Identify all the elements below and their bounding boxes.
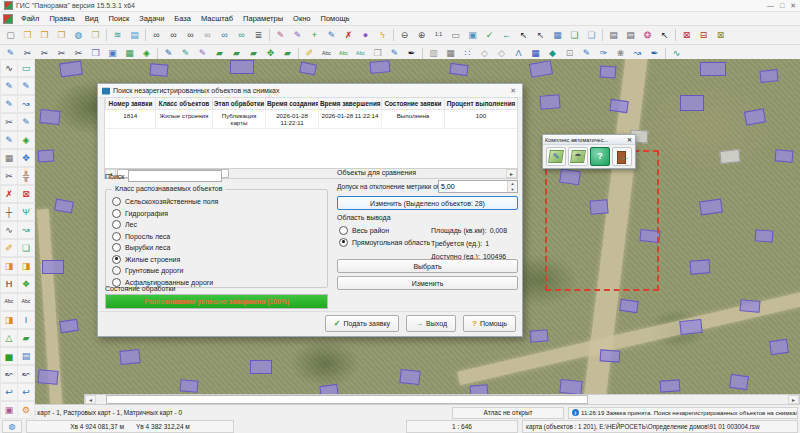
swoosh-1-icon[interactable]: ↜: [0, 365, 18, 383]
auto-complex-close-icon[interactable]: ✕: [626, 136, 633, 143]
edit-blue-icon[interactable]: ✎: [323, 27, 340, 44]
image-tool-icon[interactable]: ▣: [0, 401, 18, 419]
dialog-close-icon[interactable]: ✕: [508, 87, 518, 95]
scroll-left-icon[interactable]: ◂: [85, 395, 96, 404]
layers-icon[interactable]: ≋: [109, 27, 126, 44]
object-table-icon[interactable]: ▦: [549, 27, 566, 44]
search-input[interactable]: [128, 170, 222, 182]
column-header-5[interactable]: Время завершения: [319, 98, 382, 110]
radio-option-Грунтовые дороги[interactable]: Грунтовые дороги: [112, 265, 327, 277]
scissors-2-icon[interactable]: ✂: [0, 167, 18, 185]
triangle-chart-tool-icon[interactable]: △: [0, 329, 18, 347]
sphere-icon[interactable]: ●: [357, 27, 374, 44]
find-object-icon[interactable]: ∞: [165, 27, 182, 44]
close-button[interactable]: ✕: [790, 2, 796, 10]
flashlight-3-icon[interactable]: ◨: [0, 311, 18, 329]
open-globe-icon[interactable]: ◍: [70, 27, 87, 44]
symbol-tool-icon[interactable]: ❖: [17, 275, 35, 293]
settings-gear-icon[interactable]: ⚙: [17, 401, 35, 419]
menu-item-База[interactable]: База: [169, 13, 196, 24]
auto-complex-edit-map-button[interactable]: ✎: [546, 147, 566, 166]
delete-map-tool-icon[interactable]: ⊠: [17, 185, 35, 203]
lightning-icon[interactable]: ϟ: [374, 27, 391, 44]
pointer-icon[interactable]: ↖: [515, 27, 532, 44]
column-header-4[interactable]: Время создания: [266, 98, 319, 110]
radio-option-Жилые строения[interactable]: Жилые строения: [112, 254, 327, 266]
radio-option-Сельскохозяйственные поля[interactable]: Сельскохозяйственные поля: [112, 196, 327, 208]
chart-tool-icon[interactable]: ▅: [0, 347, 18, 365]
polyline-tool-icon[interactable]: ∿: [0, 59, 18, 77]
view-frame-icon[interactable]: ▣: [464, 27, 481, 44]
scroll-thumb[interactable]: [106, 395, 588, 404]
find-icon[interactable]: ∞: [148, 27, 165, 44]
map-export-tool-icon[interactable]: ▰: [17, 329, 35, 347]
open-doc-icon[interactable]: ❐: [87, 27, 104, 44]
open-folder-map-icon[interactable]: ❐: [53, 27, 70, 44]
open-folder-db-icon[interactable]: ❐: [36, 27, 53, 44]
auto-complex-exit-button[interactable]: ←: [612, 147, 632, 166]
select-area-button[interactable]: Выбрать: [337, 259, 518, 273]
pen-yellow-tool-icon[interactable]: ✐: [0, 239, 18, 257]
search-list-icon[interactable]: ≣: [250, 27, 267, 44]
database-icon[interactable]: ▤: [126, 27, 143, 44]
map-horizontal-scrollbar[interactable]: ◂ ▸: [84, 394, 800, 405]
print-icon[interactable]: ▤: [605, 27, 622, 44]
column-header-6[interactable]: Состояние заявки: [382, 98, 445, 110]
help-button[interactable]: ?Помощь: [463, 315, 516, 332]
find-area-icon[interactable]: ∞: [182, 27, 199, 44]
scroll-track[interactable]: [96, 395, 788, 404]
menu-item-Параметры[interactable]: Параметры: [238, 13, 288, 24]
pointer-plus-icon[interactable]: ↖: [532, 27, 549, 44]
new-frame-icon[interactable]: ▢: [2, 27, 19, 44]
menu-item-Масштаб[interactable]: Масштаб: [196, 13, 238, 24]
submit-request-button[interactable]: ✓Подать заявку: [325, 315, 399, 332]
find-route-icon[interactable]: ∞: [233, 27, 250, 44]
delete-object-icon[interactable]: ✗: [340, 27, 357, 44]
menu-item-Поиск[interactable]: Поиск: [103, 13, 134, 24]
node-tool-icon[interactable]: Ψ: [17, 203, 35, 221]
table-scroll-right-icon[interactable]: ▸: [506, 169, 517, 178]
auto-complex-map-button[interactable]: ☂: [568, 147, 588, 166]
pencil-3-icon[interactable]: ✎: [0, 95, 18, 113]
map-doc-2-icon[interactable]: ❏: [583, 27, 600, 44]
letter-h-tool-icon[interactable]: H: [0, 275, 18, 293]
radio-option-Вырубки леса[interactable]: Вырубки леса: [112, 242, 327, 254]
tolerance-spinner[interactable]: ▲▼: [438, 180, 518, 193]
exit-button[interactable]: →Выход: [406, 315, 456, 332]
table-row[interactable]: 1814Жилые строенияПубликация карты2026-0…: [106, 110, 519, 129]
minimize-button[interactable]: —: [767, 2, 774, 10]
menu-item-Файл[interactable]: Файл: [16, 13, 44, 24]
map-close-1-icon[interactable]: ⊠: [678, 27, 695, 44]
column-header-8[interactable]: Идент: [518, 98, 519, 110]
print-setup-icon[interactable]: ▤: [622, 27, 639, 44]
zoom-in-icon[interactable]: ⊕: [413, 27, 430, 44]
scissors-1-icon[interactable]: ✂: [0, 113, 18, 131]
scale-indicator[interactable]: 1 : 646: [406, 420, 518, 433]
curve-tool-icon[interactable]: ↝: [17, 95, 35, 113]
radio-option-Лес[interactable]: Лес: [112, 219, 327, 231]
rect-tool-icon[interactable]: ▭: [17, 59, 35, 77]
map-close-2-icon[interactable]: ⊟: [695, 27, 712, 44]
column-header-2[interactable]: Класс объектов: [156, 98, 213, 110]
accept-icon[interactable]: ✓: [481, 27, 498, 44]
edit-violet-icon[interactable]: ✎: [289, 27, 306, 44]
text-tool-1-icon[interactable]: Abc: [0, 293, 18, 311]
delete-tool-icon[interactable]: ✗: [0, 185, 18, 203]
topology-tool-icon[interactable]: ╬: [17, 167, 35, 185]
open-folder-icon[interactable]: ❐: [19, 27, 36, 44]
back-icon[interactable]: ←: [498, 27, 515, 44]
spline-1-icon[interactable]: ∿: [0, 221, 18, 239]
flashlight-2-icon[interactable]: ◨: [17, 257, 35, 275]
map-close-3-icon[interactable]: ⊠: [712, 27, 729, 44]
add-object-icon[interactable]: +: [306, 27, 323, 44]
pencil-2-icon[interactable]: ✎: [17, 77, 35, 95]
radio-option-Прямоугольная область[interactable]: Прямоугольная область: [339, 237, 430, 249]
menu-item-Окно[interactable]: Окно: [288, 13, 315, 24]
pencil-question-icon[interactable]: ✎: [0, 131, 18, 149]
column-header-1[interactable]: Номер заявки: [106, 98, 156, 110]
undo-1-icon[interactable]: ↩: [0, 383, 18, 401]
menu-item-Правка[interactable]: Правка: [44, 13, 79, 24]
radio-option-Поросль леса[interactable]: Поросль леса: [112, 231, 327, 243]
tolerance-input[interactable]: [439, 181, 507, 192]
change-area-button[interactable]: Изменить: [337, 276, 518, 290]
